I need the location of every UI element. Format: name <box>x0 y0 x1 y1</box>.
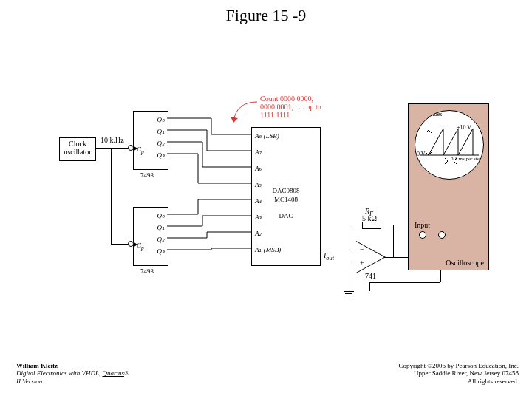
q0-label: Q₀ <box>157 212 166 219</box>
rf-value: 5 kΩ <box>362 214 377 222</box>
scope-ground-jack <box>438 231 446 239</box>
dac-part-number-1: DAC0808 <box>252 187 320 194</box>
copyright-line: Upper Saddle River, New Jersey 07458 <box>398 369 519 378</box>
opamp-part-label: 741 <box>365 272 376 280</box>
book-title: Digital Electronics with VHDL, Quartus® … <box>16 369 129 386</box>
wire <box>111 244 129 245</box>
q0-label: Q₀ <box>157 116 166 123</box>
cp-label: Cp <box>137 242 144 251</box>
scope-values-note: 256 values <box>417 111 442 117</box>
wire <box>380 225 393 225</box>
wire <box>349 225 349 250</box>
author-name: William Kleitz <box>16 362 129 370</box>
wire <box>369 282 440 283</box>
counter-chip-label-2: 7493 <box>140 267 154 275</box>
scope-step: 0.1 ms per step <box>451 157 482 162</box>
scope-input-label: Input <box>415 221 430 229</box>
oscilloscope-title: Oscilloscope <box>446 259 484 267</box>
book-suffix: II Version <box>16 378 42 385</box>
scope-input-jack <box>419 231 426 239</box>
q2-label: Q₂ <box>157 236 166 243</box>
dac-block: A₈ (LSB) A₇ A₆ A₅ A₄ A₃ A₂ A₁ (MSB) DAC0… <box>251 127 321 266</box>
registered-mark: ® <box>124 369 129 377</box>
dac-pin-a2: A₂ <box>255 230 262 237</box>
book-prefix: Digital Electronics with VHDL, <box>16 369 102 377</box>
figure-title: Figure 15 -9 <box>0 6 532 25</box>
wire <box>349 265 349 291</box>
scope-vhi: +10 V <box>457 124 471 131</box>
wire <box>95 148 129 149</box>
count-note-arrow-icon <box>229 99 259 129</box>
copyright-line: Copyright ©2006 by Pearson Education, In… <box>398 362 519 370</box>
q1-label: Q₁ <box>157 128 166 135</box>
circuit-diagram: Clock oscillator 10 k.Hz Cp Q₀ Q₁ Q₂ Q₃ … <box>59 103 488 325</box>
footer-copyright-block: Copyright ©2006 by Pearson Education, In… <box>398 362 519 386</box>
counter-chip-label-1: 7493 <box>140 171 154 179</box>
opamp-minus: − <box>360 245 364 253</box>
wire <box>393 225 394 257</box>
edge-trigger-icon <box>133 146 137 151</box>
footer-author-block: William Kleitz Digital Electronics with … <box>16 362 129 386</box>
oscilloscope-panel: 256 values +10 V 0 V 0.1 ms per step Inp… <box>408 103 489 270</box>
dac-pin-a7: A₇ <box>255 149 262 156</box>
count-note-line: 0000 0001, . . . up to <box>260 103 321 111</box>
neg-edge-bubble <box>128 241 134 247</box>
iout-label: Iout <box>324 251 334 262</box>
dac-part-number-2: MC1408 <box>252 196 320 203</box>
count-note-line: Count 0000 0000, <box>260 95 313 103</box>
dac-pin-a8: A₈ (LSB) <box>255 132 279 140</box>
opamp-plus: + <box>360 259 364 267</box>
copyright-line: All rights reserved. <box>398 378 519 386</box>
oscilloscope-screen: 256 values +10 V 0 V 0.1 ms per step <box>415 110 484 180</box>
counter-7493-upper: Cp Q₀ Q₁ Q₂ Q₃ <box>133 111 168 170</box>
count-note-line: 1111 1111 <box>260 111 290 119</box>
dac-pin-a1: A₁ (MSB) <box>255 246 281 253</box>
wire-bus <box>167 111 256 266</box>
wire <box>349 265 356 265</box>
dac-pin-a6: A₆ <box>255 165 262 172</box>
waveform-icon <box>415 111 483 179</box>
wire <box>369 282 370 291</box>
q1-label: Q₁ <box>157 224 166 231</box>
wire <box>319 250 356 250</box>
count-sequence-note: Count 0000 0000, 0000 0001, . . . up to … <box>260 95 321 119</box>
scope-vlo: 0 V <box>417 151 426 157</box>
wire <box>349 225 362 225</box>
q3-label: Q₃ <box>157 151 166 159</box>
clock-oscillator-block: Clock oscillator <box>59 137 96 161</box>
counter-7493-lower: Cp Q₀ Q₁ Q₂ Q₃ <box>133 207 168 266</box>
q2-label: Q₂ <box>157 140 166 147</box>
clock-frequency-label: 10 k.Hz <box>100 136 124 144</box>
wire <box>111 148 112 244</box>
dac-label: DAC <box>252 212 320 219</box>
feedback-resistor <box>362 222 381 229</box>
cp-label: Cp <box>137 146 144 155</box>
book-tool: Quartus <box>102 369 124 377</box>
q3-label: Q₃ <box>157 248 166 255</box>
